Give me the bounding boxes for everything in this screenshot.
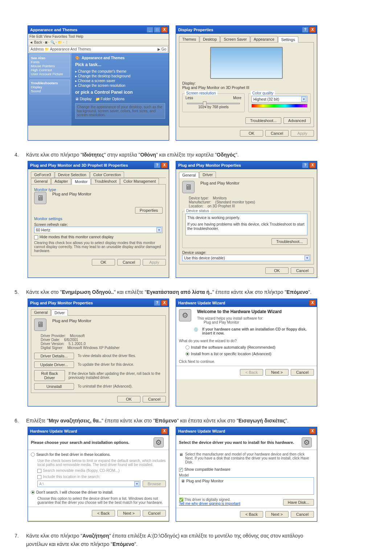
ok-button[interactable]: OK xyxy=(117,396,140,402)
window-title: Display Properties xyxy=(178,28,213,32)
help-icon[interactable]: ? xyxy=(302,162,309,168)
maximize-icon[interactable]: □ xyxy=(154,27,160,33)
sidebar-item[interactable]: Fonts xyxy=(31,60,69,64)
properties-button[interactable]: Properties xyxy=(135,207,163,214)
tab-adapter[interactable]: Adapter xyxy=(51,178,71,184)
sidebar-item[interactable]: User Account Picture xyxy=(31,72,69,76)
radio-install-from-list[interactable]: Install from a list or specific location… xyxy=(185,352,314,356)
minimize-icon[interactable]: _ xyxy=(147,27,153,33)
tab-themes[interactable]: Themes xyxy=(179,36,199,42)
task-link[interactable]: ▸ Change the computer's theme xyxy=(75,69,165,73)
device-type-label: Device type: xyxy=(189,196,209,200)
tab-device-selection[interactable]: Device Selection xyxy=(55,171,90,178)
update-driver-button[interactable]: Update Driver... xyxy=(34,361,74,368)
tab-screensaver[interactable]: Screen Saver xyxy=(220,36,250,42)
tab-color-correction[interactable]: Color Correction xyxy=(90,171,124,178)
next-button[interactable]: Next > xyxy=(265,369,289,376)
back-button[interactable]: < Back xyxy=(92,510,115,516)
cancel-button[interactable]: Cancel xyxy=(291,267,314,274)
tab-general[interactable]: General xyxy=(179,172,199,178)
tab-driver[interactable]: Driver xyxy=(199,171,216,178)
cancel-button[interactable]: Cancel xyxy=(291,369,314,376)
refresh-rate-select[interactable]: 60 Hertz ▾ xyxy=(34,227,163,233)
chk-show-compatible[interactable]: Show compatible hardware xyxy=(179,467,314,472)
help-icon[interactable]: ? xyxy=(154,162,160,168)
close-icon[interactable]: X xyxy=(161,428,168,434)
close-icon[interactable]: X xyxy=(161,27,168,33)
control-panel-icon-folder[interactable]: 📁 Folder Options xyxy=(95,97,124,101)
wizard-welcome-title: Welcome to the Hardware Update Wizard xyxy=(197,309,282,314)
cancel-button[interactable]: Cancel xyxy=(265,130,289,137)
close-icon[interactable]: X xyxy=(309,27,316,33)
address-bar[interactable]: Address 📁 Appearance And Themes ▶ Go xyxy=(29,46,168,52)
ok-button[interactable]: OK xyxy=(240,130,263,137)
color-quality-select[interactable]: Highest (32 bit) ▾ xyxy=(252,96,307,102)
troubleshoot-button[interactable]: Troubleshoot... xyxy=(271,238,307,245)
task-link[interactable]: ▸ Change the desktop background xyxy=(75,74,165,78)
advanced-button[interactable]: Advanced xyxy=(283,117,311,124)
task-link[interactable]: ▸ Change the screen resolution xyxy=(75,84,165,88)
radio-dont-search[interactable]: Don't search. I will choose the driver t… xyxy=(31,490,166,494)
driver-provider-value: Microsoft xyxy=(70,334,85,338)
close-icon[interactable]: X xyxy=(161,300,168,306)
apply-button[interactable]: Apply xyxy=(143,259,166,266)
monitor-icon: 🖥 xyxy=(179,452,183,464)
sidebar-heading: See Also xyxy=(31,56,69,60)
tab-desktop[interactable]: Desktop xyxy=(200,36,220,42)
apply-button[interactable]: Apply xyxy=(291,130,314,137)
signing-info-link[interactable]: Tell me why driver signing is important xyxy=(179,502,240,506)
sidebar-item[interactable]: Sound xyxy=(31,89,69,93)
cancel-button[interactable]: Cancel xyxy=(143,510,166,516)
tab-color-management[interactable]: Color Management xyxy=(120,178,159,184)
help-icon[interactable]: ? xyxy=(302,27,309,33)
roll-back-driver-button[interactable]: Roll Back Driver xyxy=(34,370,65,381)
tab-settings[interactable]: Settings xyxy=(278,36,298,42)
tab-driver[interactable]: Driver xyxy=(51,309,68,316)
have-disk-button[interactable]: Have Disk... xyxy=(283,499,314,506)
resolution-slider[interactable] xyxy=(187,103,240,104)
task-link[interactable]: ▸ Choose a screen saver xyxy=(75,79,165,83)
ok-button[interactable]: OK xyxy=(265,267,289,274)
sidebar-item[interactable]: Display xyxy=(31,85,69,89)
close-icon[interactable]: X xyxy=(309,162,316,168)
model-list[interactable]: 🖥 Plug and Play Monitor xyxy=(179,477,314,495)
radio-search-best[interactable]: Search for the best driver in these loca… xyxy=(31,452,166,457)
sidebar-item[interactable]: High Contrast xyxy=(31,68,69,72)
tab-geforce[interactable]: GeForce3 xyxy=(31,171,54,178)
device-usage-label: Device usage: xyxy=(182,250,311,255)
close-icon[interactable]: X xyxy=(309,428,316,434)
sidebar-item[interactable]: Mouse Pointers xyxy=(31,64,69,68)
control-panel-icon-display[interactable]: 🖥 Display xyxy=(75,97,92,101)
troubleshoot-button[interactable]: Troubleshoot... xyxy=(245,117,281,124)
hide-modes-checkbox[interactable]: Hide modes that this monitor cannot disp… xyxy=(34,235,163,239)
close-icon[interactable]: X xyxy=(161,162,168,168)
cancel-button[interactable]: Cancel xyxy=(143,396,166,402)
go-button[interactable]: ▶ Go xyxy=(158,47,166,51)
close-icon[interactable]: X xyxy=(309,300,316,306)
help-icon[interactable]: ? xyxy=(154,300,160,306)
back-button[interactable]: < Back xyxy=(240,369,263,376)
next-button[interactable]: Next > xyxy=(265,511,289,518)
radio-install-auto[interactable]: Install the software automatically (Reco… xyxy=(185,345,314,349)
tab-general[interactable]: General xyxy=(31,178,51,184)
tab-troubleshoot[interactable]: Troubleshoot xyxy=(91,178,120,184)
cancel-button[interactable]: Cancel xyxy=(117,259,140,266)
back-button[interactable]: < Back xyxy=(240,511,263,518)
tab-appearance[interactable]: Appearance xyxy=(250,36,278,42)
driver-details-button[interactable]: Driver Details... xyxy=(34,353,74,359)
device-usage-select[interactable]: Use this device (enable) ▾ xyxy=(182,255,311,261)
nav-toolbar[interactable]: ◄ Back · ◙ · 🔍 · 📁 · ⋮ xyxy=(28,40,169,45)
tab-general[interactable]: General xyxy=(31,309,51,315)
paint-icon: 🎨 xyxy=(75,56,79,60)
uninstall-button[interactable]: Uninstall xyxy=(34,383,74,390)
model-item[interactable]: 🖥 Plug and Play Monitor xyxy=(181,479,312,483)
next-button[interactable]: Next > xyxy=(117,510,140,516)
address-label: Address xyxy=(30,47,44,51)
category-heading: Appearance and Themes xyxy=(82,56,124,60)
model-label: Model xyxy=(179,473,314,477)
back-button[interactable]: ◄ Back xyxy=(29,40,42,44)
menu-bar[interactable]: File Edit View Favorites Tool Help xyxy=(28,34,169,40)
ok-button[interactable]: OK xyxy=(92,259,115,266)
cancel-button[interactable]: Cancel xyxy=(291,511,314,518)
tab-monitor[interactable]: Monitor xyxy=(72,178,91,185)
